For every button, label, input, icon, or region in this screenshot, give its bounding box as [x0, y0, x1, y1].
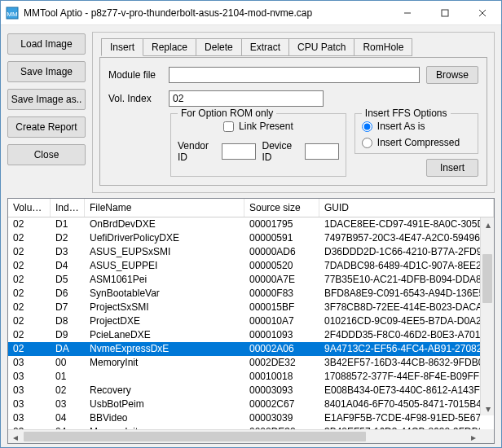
scroll-down-button[interactable]: ▾ [481, 402, 494, 415]
scrollbar-corner [480, 429, 494, 443]
device-id-input[interactable] [305, 143, 339, 160]
tab-extract[interactable]: Extract [241, 38, 289, 56]
list-body: 02D1OnBrdDevDXE000017951DACE8EE-CD97-491… [8, 217, 494, 429]
create-report-button[interactable]: Create Report [7, 116, 86, 138]
svg-rect-3 [442, 10, 448, 16]
vertical-scrollbar[interactable]: ▴ ▾ [480, 217, 494, 415]
vol-index-input[interactable] [169, 90, 324, 107]
save-image-as-button[interactable]: Save Image as.. [7, 89, 86, 110]
table-row[interactable]: 02DANvmeExpressDxE00002A069A4713C2-EF56-… [8, 342, 480, 356]
top-row: Load Image Save Image Save Image as.. Cr… [7, 32, 495, 193]
col-index[interactable]: Index [51, 199, 85, 217]
tabs: InsertReplaceDeleteExtractCPU PatchRomHo… [101, 37, 487, 55]
tab-body-insert: Module file Browse Vol. Index For Option… [99, 57, 487, 186]
col-source-size[interactable]: Source size [244, 199, 319, 217]
scroll-left-button[interactable]: ◂ [8, 430, 22, 444]
module-file-label: Module file [108, 69, 162, 81]
table-row[interactable]: 02D7ProjectSxSMI000015BF3F78CB8D-72EE-41… [8, 301, 480, 314]
tab-panel: InsertReplaceDeleteExtractCPU PatchRomHo… [92, 32, 495, 193]
browse-button[interactable]: Browse [426, 66, 478, 84]
close-window-button[interactable] [464, 1, 501, 25]
table-row[interactable]: 02D6SynBootableVar00000F83BFD8A8E9-C091-… [8, 287, 480, 301]
table-row[interactable]: 0304BBVideo00003039E1AF9F5B-7CDE-4F98-91… [8, 411, 480, 425]
table-row[interactable]: 02D3ASUS_EUPSxSMI00000AD6D36DDD2D-1C66-4… [8, 245, 480, 259]
option-rom-group: For Option ROM only Link Present Vendor … [170, 113, 346, 177]
ffs-options-group: Insert FFS Options Insert As is Insert C… [354, 113, 478, 154]
horizontal-scrollbar[interactable]: ◂ ▸ [8, 429, 480, 443]
tab-delete[interactable]: Delete [196, 38, 242, 56]
insert-as-is-radio[interactable] [362, 121, 372, 132]
app-icon: MM [6, 7, 19, 20]
minimize-button[interactable] [389, 1, 426, 25]
device-id-label: Device ID [262, 140, 298, 163]
svg-text:MM: MM [7, 11, 18, 18]
module-list: Volume Index FileName Source size GUID 0… [7, 198, 495, 444]
insert-compressed-radio[interactable] [362, 138, 372, 148]
tab-replace[interactable]: Replace [143, 38, 196, 56]
scroll-thumb-v[interactable] [482, 254, 492, 303]
close-button[interactable]: Close [7, 144, 86, 165]
vendor-id-input[interactable] [222, 143, 256, 160]
table-row[interactable]: 0300MemoryInit0002DE323B42EF57-16D3-44CB… [8, 356, 480, 370]
module-file-input[interactable] [169, 67, 420, 83]
list-header: Volume Index FileName Source size GUID [8, 199, 494, 217]
insert-as-is-label: Insert As is [377, 121, 425, 132]
titlebar: MM MMTool Aptio - p8z77-v-pro-thunderbol… [1, 1, 501, 25]
scroll-thumb-h[interactable] [24, 432, 366, 441]
table-row[interactable]: 02D4ASUS_EUPPEI000005207DADBC98-6489-4D1… [8, 259, 480, 273]
window-controls [389, 1, 501, 24]
load-image-button[interactable]: Load Image [7, 33, 86, 55]
col-volume[interactable]: Volume [8, 199, 51, 217]
tab-cpu-patch[interactable]: CPU Patch [288, 38, 354, 56]
tab-insert[interactable]: Insert [101, 38, 143, 56]
col-guid[interactable]: GUID [319, 199, 494, 217]
option-rom-legend: For Option ROM only [178, 108, 276, 119]
scroll-up-button[interactable]: ▴ [481, 217, 494, 231]
vol-index-label: Vol. Index [108, 93, 162, 104]
table-row[interactable]: 0302Recovery00003093E008B434-0E73-440C-8… [8, 384, 480, 397]
vendor-id-label: Vendor ID [178, 140, 215, 163]
table-row[interactable]: 0304MemoryInit0002DE323B42EF57-16D3-44CB… [8, 425, 480, 429]
table-row[interactable]: 02D5ASM1061Pei00000A7E77B35E10-AC21-4DFB… [8, 273, 480, 287]
link-present-checkbox[interactable] [223, 121, 234, 132]
scroll-right-button[interactable]: ▸ [466, 430, 480, 444]
ffs-options-legend: Insert FFS Options [362, 108, 451, 119]
insert-button[interactable]: Insert [426, 159, 478, 177]
save-image-button[interactable]: Save Image [7, 61, 86, 82]
col-filename[interactable]: FileName [85, 199, 244, 217]
table-row[interactable]: 02D8ProjectDXE000010A7010216CD-9C09-4EE5… [8, 314, 480, 328]
client-area: Load Image Save Image Save Image as.. Cr… [1, 25, 501, 447]
table-row[interactable]: 02D1OnBrdDevDXE000017951DACE8EE-CD97-491… [8, 217, 480, 231]
tab-romhole[interactable]: RomHole [354, 38, 412, 56]
table-row[interactable]: 02D2UefiDriverPolicyDXE000005917497B957-… [8, 231, 480, 245]
app-window: MM MMTool Aptio - p8z77-v-pro-thunderbol… [0, 0, 502, 448]
insert-compressed-label: Insert Compressed [377, 137, 460, 148]
side-buttons: Load Image Save Image Save Image as.. Cr… [7, 32, 86, 193]
link-present-label: Link Present [239, 121, 293, 132]
table-row[interactable]: 03010001001817088572-377F-44EF-8F4E-B09F… [8, 370, 480, 384]
window-title: MMTool Aptio - p8z77-v-pro-thunderbolt-a… [24, 7, 389, 19]
table-row[interactable]: 02D9PcieLaneDXE000010932F4DDD35-F8C0-46D… [8, 328, 480, 342]
maximize-button[interactable] [426, 1, 464, 25]
table-row[interactable]: 0303UsbBotPeim00002C678401A046-6F70-4505… [8, 397, 480, 411]
